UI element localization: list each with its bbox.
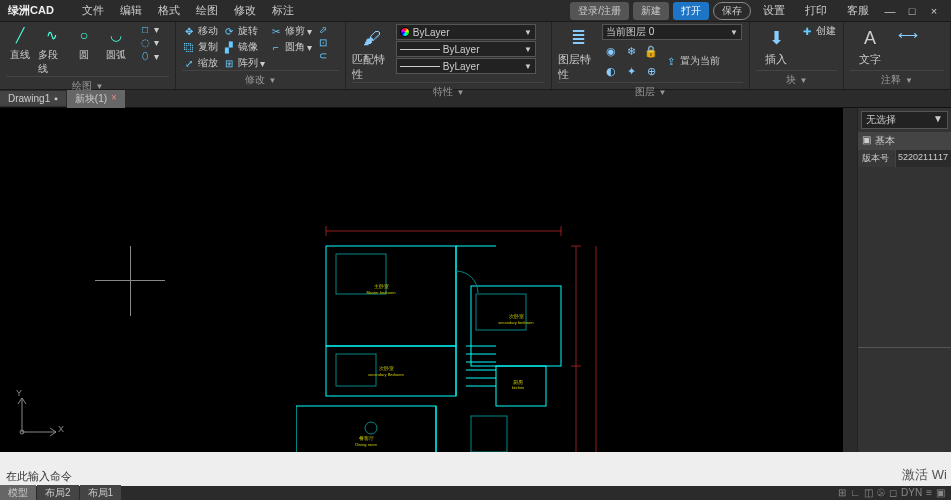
lineweight-dropdown[interactable]: ByLayer▼ [396,41,536,57]
scale-icon: ⤢ [182,58,196,69]
menu-annotate[interactable]: 标注 [272,3,294,18]
create-block-tool[interactable]: ✚创建 [800,24,836,38]
save-button[interactable]: 保存 [713,2,751,20]
array-tool[interactable]: ⊞阵列▾ [222,56,265,70]
command-line[interactable]: 在此输入命令 [0,452,951,486]
login-button[interactable]: 登录/注册 [570,2,629,20]
service-button[interactable]: 客服 [847,3,869,18]
layer-mini-5[interactable]: ✦ [622,62,640,80]
polyline-tool[interactable]: ∿多段线 [38,24,66,76]
modify-mini-1[interactable]: ⬀ [316,24,330,35]
setcurrent-icon: ⇪ [664,56,678,67]
menu-modify[interactable]: 修改 [234,3,256,18]
menu-file[interactable]: 文件 [82,3,104,18]
color-dropdown[interactable]: ByLayer▼ [396,24,536,40]
modify-panel-title: 修改 [245,73,265,87]
svg-text:Master bedroom: Master bedroom [366,290,396,295]
doc-tab-newblock[interactable]: 新块(1)× [67,90,125,108]
color-swatch-icon [400,27,410,37]
app-title: 绿洲CAD [8,3,54,18]
status-maximize-icon[interactable]: ▣ [936,487,945,499]
minimize-icon[interactable]: — [883,5,897,17]
layer-mini-2[interactable]: ❄ [622,42,640,60]
chevron-down-icon[interactable]: ▼ [905,76,913,85]
svg-text:kitchen: kitchen [512,385,525,390]
text-tool[interactable]: A文字 [850,24,890,67]
model-tab[interactable]: 模型 [0,485,36,500]
open-button[interactable]: 打开 [673,2,709,20]
layer-mini-6[interactable]: ⊕ [642,62,660,80]
menu-draw[interactable]: 绘图 [196,3,218,18]
copy-icon: ⿻ [182,42,196,53]
fillet-icon: ⌐ [269,42,283,53]
status-snap-icon[interactable]: ∟ [850,487,860,499]
current-layer-dropdown[interactable]: 当前图层 0▼ [602,24,742,40]
modify-mini-2[interactable]: ⊡ [316,37,330,48]
collapse-icon: ▣ [862,134,871,148]
chevron-down-icon[interactable]: ▼ [457,88,465,97]
mirror-tool[interactable]: ▞镜像 [222,40,265,54]
prop-section-basic[interactable]: ▣基本 [858,132,951,150]
settings-button[interactable]: 设置 [763,3,785,18]
close-tab-icon[interactable]: × [111,92,117,106]
layout2-tab[interactable]: 布局1 [80,485,122,500]
chevron-down-icon[interactable]: ▼ [800,76,808,85]
svg-text:餐客厅: 餐客厅 [359,435,374,441]
set-current-tool[interactable]: ⇪置为当前 [664,42,720,80]
linetype-dropdown[interactable]: ByLayer▼ [396,58,536,74]
match-properties-tool[interactable]: 🖌匹配特性 [352,24,392,82]
svg-text:Dining room: Dining room [355,442,377,447]
prop-key-version: 版本号 [858,150,895,167]
trim-tool[interactable]: ✂修剪▾ [269,24,312,38]
doc-tab-drawing1[interactable]: Drawing1▪ [0,91,66,106]
print-button[interactable]: 打印 [805,3,827,18]
layer-mini-1[interactable]: ◉ [602,42,620,60]
close-icon[interactable]: × [927,5,941,17]
drawing-canvas[interactable]: Y X [0,108,843,452]
svg-text:主卧室: 主卧室 [374,283,389,289]
chevron-down-icon[interactable]: ▼ [659,88,667,97]
layout1-tab[interactable]: 布局2 [37,485,79,500]
status-osnap-icon[interactable]: ◻ [889,487,897,499]
floor-plan: 主卧室Master bedroom 次卧室secondary Bedroom 次… [296,226,646,452]
status-ortho-icon[interactable]: ◫ [864,487,873,499]
layer-properties-tool[interactable]: ≣图层特性 [558,24,598,82]
vertical-scrollbar[interactable] [843,108,857,452]
draw-mini-3[interactable]: ⬯▾ [138,50,159,62]
rotate-tool[interactable]: ⟳旋转 [222,24,265,38]
copy-tool[interactable]: ⿻复制 [182,40,218,54]
status-grid-icon[interactable]: ⊞ [838,487,846,499]
circle-tool[interactable]: ○圆 [70,24,98,62]
status-polar-icon[interactable]: ⧁ [877,487,885,499]
chevron-down-icon[interactable]: ▼ [269,76,277,85]
dimension-icon: ⟷ [897,24,919,46]
menu-format[interactable]: 格式 [158,3,180,18]
create-block-icon: ✚ [800,26,814,37]
layer-mini-3[interactable]: 🔒 [642,42,660,60]
svg-rect-22 [471,416,507,452]
scale-tool[interactable]: ⤢缩放 [182,56,218,70]
draw-mini-2[interactable]: ◌▾ [138,37,159,48]
draw-mini-1[interactable]: □▾ [138,24,159,35]
svg-point-23 [365,422,377,434]
menu-edit[interactable]: 编辑 [120,3,142,18]
arc-icon: ◡ [105,24,127,46]
arc-tool[interactable]: ◡圆弧 [102,24,130,62]
svg-text:次卧室: 次卧室 [379,365,394,371]
status-dyn[interactable]: DYN [901,487,922,499]
modify-mini-3[interactable]: ⊂ [316,50,330,61]
new-button[interactable]: 新建 [633,2,669,20]
fillet-tool[interactable]: ⌐圆角▾ [269,40,312,54]
status-lwt-icon[interactable]: ≡ [926,487,932,499]
move-tool[interactable]: ✥移动 [182,24,218,38]
svg-rect-3 [326,246,456,346]
insert-block-tool[interactable]: ⬇插入 [756,24,796,67]
layer-mini-4[interactable]: ◐ [602,62,620,80]
dimension-tool[interactable]: ⟷ [894,24,922,46]
array-icon: ⊞ [222,58,236,69]
restore-icon[interactable]: □ [905,5,919,17]
line-tool[interactable]: ╱直线 [6,24,34,62]
selection-dropdown[interactable]: 无选择▼ [861,111,948,129]
svg-rect-19 [336,354,376,386]
linetype-icon [400,66,440,67]
